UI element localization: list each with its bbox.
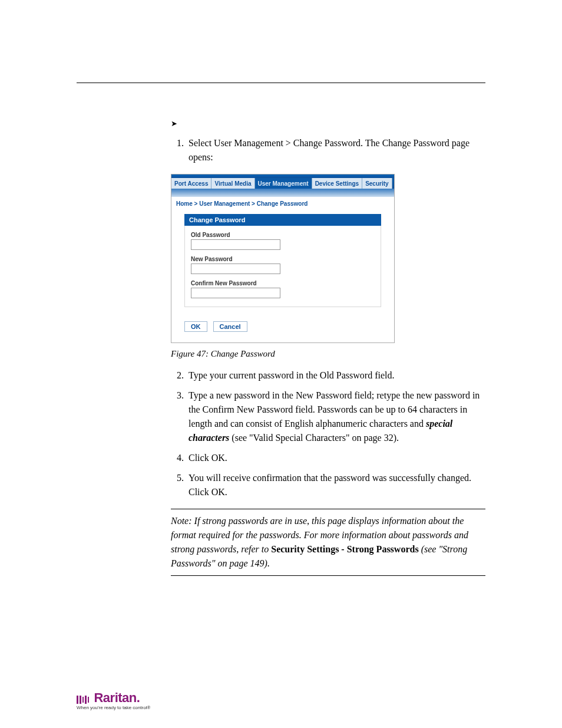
step-1: Select User Management > Change Password… [186,136,485,164]
figure-caption: Figure 47: Change Password [171,349,485,359]
header-rule [77,83,485,83]
old-password-input[interactable] [191,239,280,250]
ok-button[interactable]: OK [184,321,207,332]
step-3: Type a new password in the New Password … [186,388,485,445]
new-password-label: New Password [191,256,375,262]
brand-logo: Raritan [94,690,140,705]
note-bold: Security Settings - Strong Passwords [271,544,418,554]
new-password-input[interactable] [191,263,280,274]
panel-title: Change Password [184,214,381,226]
breadcrumb: Home > User Management > Change Password [171,197,394,212]
arrow-icon: ➤ [171,119,177,128]
tab-device-settings[interactable]: Device Settings [312,178,362,189]
embedded-screenshot: Port Access Virtual Media User Managemen… [171,174,395,343]
tab-port-access[interactable]: Port Access [171,178,211,189]
cancel-button[interactable]: Cancel [213,321,247,332]
footer: Raritan When you're ready to take contro… [77,691,150,710]
tab-virtual-media[interactable]: Virtual Media [211,178,254,189]
confirm-password-label: Confirm New Password [191,280,375,286]
note-box: Note: If strong passwords are in use, th… [171,509,485,576]
old-password-label: Old Password [191,232,375,238]
step-5: You will receive confirmation that the p… [186,471,485,499]
procedure-heading: ➤ [171,118,485,128]
tab-security[interactable]: Security [362,178,392,189]
step-2: Type your current password in the Old Pa… [186,368,485,383]
confirm-password-input[interactable] [191,288,280,298]
brand-tagline: When you're ready to take control® [77,706,150,710]
logo-bars-icon [77,696,89,704]
step-4: Click OK. [186,451,485,465]
tab-user-management[interactable]: User Management [255,178,312,189]
tab-bar: Port Access Virtual Media User Managemen… [171,178,394,189]
steps-list-bottom: Type your current password in the Old Pa… [171,368,485,499]
steps-list-top: Select User Management > Change Password… [171,136,485,164]
